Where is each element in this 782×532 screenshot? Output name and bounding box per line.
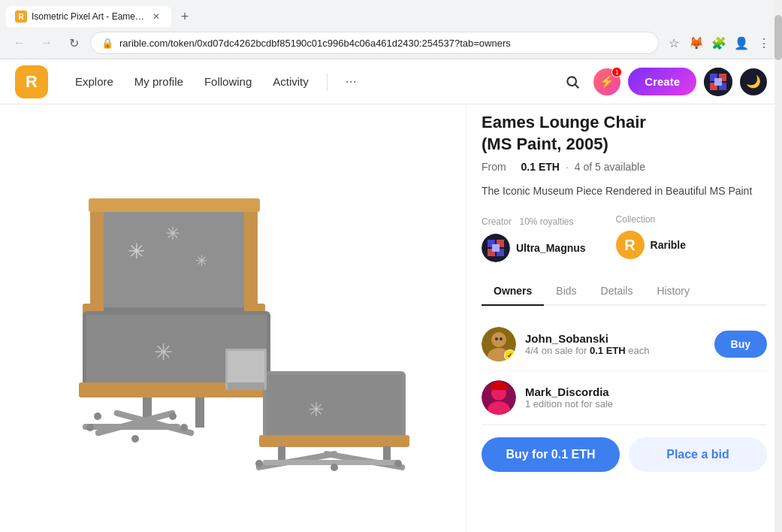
- tab-close-button[interactable]: ✕: [150, 11, 162, 23]
- svg-text:✳: ✳: [128, 240, 145, 263]
- royalties-label: 10% royalties: [519, 216, 573, 227]
- active-tab[interactable]: R Isometric Pixel Art - Eames L... ✕: [6, 6, 171, 27]
- svg-point-43: [394, 460, 402, 467]
- bottom-actions: Buy for 0.1 ETH Place a bid: [482, 425, 767, 478]
- owner-info-mark: Mark_Discordia 1 edition not for sale: [525, 385, 767, 410]
- back-button[interactable]: ←: [9, 32, 30, 53]
- from-label: From: [482, 161, 506, 173]
- reload-button[interactable]: ↻: [63, 32, 84, 53]
- new-tab-button[interactable]: +: [174, 6, 195, 27]
- extension-puzzle-icon[interactable]: 🧩: [710, 34, 728, 52]
- nav-explore[interactable]: Explore: [66, 69, 122, 94]
- lightning-icon: ⚡: [599, 74, 614, 89]
- svg-point-57: [500, 337, 503, 340]
- tab-bar: R Isometric Pixel Art - Eames L... ✕ +: [0, 0, 782, 27]
- owners-list: ✓ John_Sobanski 4/4 on sale for 0.1 ETH …: [482, 318, 767, 425]
- browser-actions: ☆ 🦊 🧩 👤 ⋮: [665, 34, 773, 52]
- nft-artwork: ✳ ✳ ✳ ✳: [38, 161, 428, 476]
- owner-item: ✓ John_Sobanski 4/4 on sale for 0.1 ETH …: [482, 318, 767, 371]
- extension-fox-icon[interactable]: 🦊: [687, 34, 705, 52]
- user-avatar[interactable]: [704, 68, 732, 96]
- notification-badge: 1: [611, 67, 622, 77]
- tab-favicon: R: [15, 11, 27, 23]
- tab-details[interactable]: Details: [589, 277, 645, 304]
- buy-button-john[interactable]: Buy: [714, 331, 767, 358]
- svg-rect-35: [259, 435, 409, 447]
- svg-rect-46: [228, 382, 264, 390]
- svg-point-31: [169, 413, 177, 420]
- nav-links: Explore My profile Following Activity ··…: [66, 68, 366, 95]
- nav-my-profile[interactable]: My profile: [125, 69, 192, 94]
- nav-more-button[interactable]: ···: [337, 68, 366, 95]
- place-bid-button[interactable]: Place a bid: [629, 437, 767, 472]
- search-button[interactable]: [559, 68, 586, 95]
- eth-price: 0.1 ETH: [521, 161, 560, 173]
- more-options-icon[interactable]: ⋮: [755, 34, 773, 52]
- owner-info-john: John_Sobanski 4/4 on sale for 0.1 ETH ea…: [525, 332, 705, 356]
- site-navigation: R Explore My profile Following Activity …: [0, 59, 782, 104]
- svg-point-28: [180, 424, 188, 431]
- nft-title: Eames Lounge Chair (MS Paint, 2005): [482, 112, 767, 155]
- svg-text:✳: ✳: [165, 223, 180, 243]
- svg-point-41: [255, 460, 263, 467]
- owner-name-john: John_Sobanski: [525, 332, 705, 345]
- url-bar[interactable]: 🔒 rarible.com/token/0xd07dc4262bcdbf8519…: [90, 32, 659, 54]
- collection-section: Collection R Rarible: [616, 214, 686, 262]
- create-button[interactable]: Create: [628, 68, 696, 95]
- tab-owners[interactable]: Owners: [482, 277, 544, 304]
- url-text: rarible.com/token/0xd07dc4262bcdbf85190c…: [119, 38, 648, 49]
- creator-label: Creator: [482, 216, 512, 227]
- collection-name: Rarible: [651, 239, 686, 251]
- profile-icon[interactable]: 👤: [732, 34, 750, 52]
- forward-button[interactable]: →: [36, 32, 57, 53]
- nft-description: The Iconic Museum Piece Rendered in Beau…: [482, 183, 767, 199]
- svg-rect-61: [491, 384, 507, 390]
- notification-button[interactable]: ⚡ 1: [593, 68, 620, 95]
- verified-badge: ✓: [504, 349, 516, 361]
- owner-detail-mark: 1 edition not for sale: [525, 398, 767, 410]
- svg-point-29: [131, 435, 139, 443]
- nav-divider: [327, 73, 328, 91]
- tab-history[interactable]: History: [645, 277, 702, 304]
- collection-label: Collection: [616, 214, 686, 225]
- svg-point-42: [331, 464, 338, 471]
- svg-rect-26: [83, 424, 180, 430]
- svg-text:✳: ✳: [308, 398, 325, 421]
- moon-icon: 🌙: [746, 74, 761, 89]
- nav-right: ⚡ 1 Create 🌙: [559, 68, 767, 96]
- owner-avatar-john[interactable]: ✓: [482, 327, 516, 361]
- svg-rect-23: [195, 397, 204, 428]
- nft-image-panel: ✳ ✳ ✳ ✳: [0, 104, 466, 532]
- creator-name: Ultra_Magnus: [516, 242, 586, 254]
- bookmark-icon[interactable]: ☆: [665, 34, 683, 52]
- nav-activity[interactable]: Activity: [264, 69, 318, 94]
- availability-text: 4 of 5 available: [575, 161, 645, 173]
- svg-rect-33: [267, 375, 402, 435]
- creator-info: Ultra_Magnus: [482, 234, 586, 262]
- svg-text:✳: ✳: [195, 252, 208, 269]
- dark-mode-button[interactable]: 🌙: [740, 68, 767, 95]
- svg-rect-40: [263, 460, 398, 465]
- creator-avatar[interactable]: [482, 234, 510, 262]
- browser-chrome: R Isometric Pixel Art - Eames L... ✕ + ←…: [0, 0, 782, 59]
- creator-collection: Creator 10% royalties: [482, 214, 767, 262]
- buy-for-button[interactable]: Buy for 0.1 ETH: [482, 437, 620, 472]
- logo-letter: R: [26, 72, 38, 92]
- svg-rect-45: [228, 351, 264, 388]
- main-content: ✳ ✳ ✳ ✳: [0, 104, 782, 532]
- svg-rect-15: [89, 198, 260, 212]
- site-logo[interactable]: R: [15, 65, 48, 98]
- collection-avatar[interactable]: R: [616, 231, 645, 259]
- svg-point-54: [491, 332, 506, 347]
- nav-following[interactable]: Following: [195, 69, 261, 94]
- svg-point-0: [568, 77, 577, 86]
- tab-title: Isometric Pixel Art - Eames L...: [32, 11, 146, 22]
- separator: ·: [566, 161, 569, 173]
- nft-image: ✳ ✳ ✳ ✳: [23, 157, 443, 480]
- svg-point-56: [495, 337, 498, 340]
- tab-bids[interactable]: Bids: [544, 277, 588, 304]
- scrollbar[interactable]: [774, 104, 782, 532]
- owner-detail-john: 4/4 on sale for 0.1 ETH each: [525, 345, 705, 356]
- svg-line-1: [575, 84, 579, 88]
- owner-avatar-mark[interactable]: [482, 380, 516, 415]
